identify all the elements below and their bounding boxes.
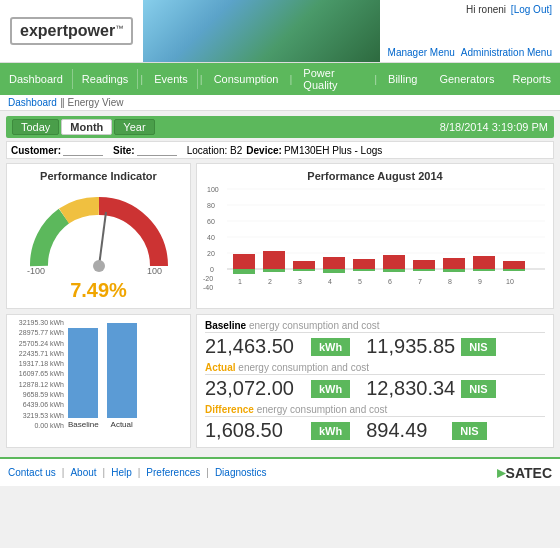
svg-rect-18 <box>233 254 255 269</box>
nav-consumption[interactable]: Consumption <box>205 69 288 89</box>
svg-rect-30 <box>293 269 315 271</box>
difference-kwh-unit: kWh <box>311 422 350 440</box>
svg-line-0 <box>99 212 106 266</box>
svg-text:1: 1 <box>238 278 242 285</box>
svg-text:4: 4 <box>328 278 332 285</box>
baseline-label-pre: Baseline <box>205 320 246 331</box>
svg-rect-23 <box>383 255 405 269</box>
svg-rect-33 <box>383 269 405 272</box>
about-link[interactable]: About <box>70 467 96 478</box>
nav-events[interactable]: Events <box>145 69 198 89</box>
svg-text:3: 3 <box>298 278 302 285</box>
today-button[interactable]: Today <box>12 119 59 135</box>
svg-text:-100: -100 <box>27 266 45 276</box>
logo-text: expertpower <box>20 22 115 39</box>
month-button[interactable]: Month <box>61 119 112 135</box>
svg-point-1 <box>93 260 105 272</box>
bottom-row: 32195.30 kWh 28975.77 kWh 25705.24 kWh 2… <box>6 314 554 448</box>
svg-text:7: 7 <box>418 278 422 285</box>
admin-menu-link[interactable]: Administration Menu <box>461 47 552 58</box>
difference-kwh-value: 1,608.50 <box>205 419 305 442</box>
manager-menu-link[interactable]: Manager Menu <box>388 47 455 58</box>
customer-value <box>63 144 103 156</box>
nav-readings[interactable]: Readings <box>73 69 138 89</box>
svg-text:6: 6 <box>388 278 392 285</box>
nav-divider3: | <box>288 73 295 85</box>
svg-rect-24 <box>413 260 435 269</box>
actual-cost-unit: NIS <box>461 380 495 398</box>
satec-logo-text: SATEC <box>506 465 552 481</box>
perf-chart-svg: 100 80 60 40 20 0 -20 -40 <box>203 184 547 299</box>
difference-label-post: energy consumption and cost <box>257 404 388 415</box>
nav-billing[interactable]: Billing <box>379 69 426 89</box>
actual-label-pre: Actual <box>205 362 236 373</box>
help-link[interactable]: Help <box>111 467 132 478</box>
nav-divider4: | <box>372 73 379 85</box>
controls-bar: Today Month Year 8/18/2014 3:19:09 PM <box>6 116 554 138</box>
footer-sep3: | <box>138 467 141 478</box>
svg-text:10: 10 <box>506 278 514 285</box>
svg-text:20: 20 <box>207 250 215 257</box>
svg-text:5: 5 <box>358 278 362 285</box>
baseline-stat-row: Baseline energy consumption and cost 21,… <box>205 320 545 358</box>
actual-values: 23,072.00 kWh 12,830.34 NIS <box>205 377 545 400</box>
hi-text: Hi roneni <box>466 4 506 15</box>
svg-rect-20 <box>293 261 315 269</box>
bar-baseline: Baseline <box>68 328 99 429</box>
svg-rect-19 <box>263 251 285 269</box>
diagnostics-link[interactable]: Diagnostics <box>215 467 267 478</box>
customer-label: Customer: <box>11 145 61 156</box>
preferences-link[interactable]: Preferences <box>146 467 200 478</box>
navbar: Dashboard Readings | Events | Consumptio… <box>0 63 560 95</box>
perf-indicator-title: Performance Indicator <box>13 170 184 182</box>
nav-divider2: | <box>198 73 205 85</box>
nav-dashboard[interactable]: Dashboard <box>0 69 73 89</box>
main-content: Today Month Year 8/18/2014 3:19:09 PM Cu… <box>0 111 560 453</box>
difference-values: 1,608.50 kWh 894.49 NIS <box>205 419 545 442</box>
svg-rect-32 <box>353 269 375 271</box>
svg-rect-35 <box>443 269 465 272</box>
footer-sep2: | <box>103 467 106 478</box>
svg-rect-36 <box>473 269 495 271</box>
svg-rect-29 <box>263 269 285 272</box>
info-bar: Customer: Site: Location: B2 Device: PM1… <box>6 141 554 159</box>
breadcrumb-current: Energy View <box>67 97 123 108</box>
bar-actual: Actual <box>107 323 137 429</box>
logo-area: expertpower™ <box>0 0 143 62</box>
nav-power-quality[interactable]: Power Quality <box>294 63 372 95</box>
device-value: PM130EH Plus - Logs <box>284 145 382 156</box>
y-axis-labels: 32195.30 kWh 28975.77 kWh 25705.24 kWh 2… <box>11 319 66 429</box>
svg-text:100: 100 <box>207 186 219 193</box>
bar-baseline-label: Baseline <box>68 420 99 429</box>
admin-links: Manager Menu Administration Menu <box>388 47 552 58</box>
svg-text:60: 60 <box>207 218 215 225</box>
svg-rect-25 <box>443 258 465 269</box>
nav-reports[interactable]: Reports <box>503 69 560 89</box>
nav-divider1: | <box>138 73 145 85</box>
svg-rect-22 <box>353 259 375 269</box>
svg-rect-37 <box>503 269 525 271</box>
footer: Contact us | About | Help | Preferences … <box>0 457 560 486</box>
svg-rect-26 <box>473 256 495 269</box>
logo-tm: ™ <box>115 24 123 33</box>
difference-label: Difference energy consumption and cost <box>205 404 545 417</box>
footer-logo: ▸SATEC <box>497 463 552 482</box>
baseline-cost-unit: NIS <box>461 338 495 356</box>
nav-generators[interactable]: Generators <box>430 69 503 89</box>
top-right: Hi roneni [Log Out] Manager Menu Adminis… <box>380 0 560 62</box>
baseline-values: 21,463.50 kWh 11,935.85 NIS <box>205 335 545 358</box>
baseline-kwh-unit: kWh <box>311 338 350 356</box>
breadcrumb-root[interactable]: Dashboard <box>8 97 57 108</box>
panels-row: Performance Indicator -100 <box>6 163 554 309</box>
svg-text:100: 100 <box>147 266 162 276</box>
svg-text:-40: -40 <box>203 284 213 291</box>
year-button[interactable]: Year <box>114 119 154 135</box>
svg-text:9: 9 <box>478 278 482 285</box>
solar-image <box>143 0 379 62</box>
location-label: Location: B2 <box>187 145 243 156</box>
logout-link[interactable]: [Log Out] <box>511 4 552 15</box>
bar-actual-label: Actual <box>111 420 133 429</box>
header: expertpower™ Hi roneni [Log Out] Manager… <box>0 0 560 95</box>
difference-cost-unit: NIS <box>452 422 486 440</box>
contact-us-link[interactable]: Contact us <box>8 467 56 478</box>
